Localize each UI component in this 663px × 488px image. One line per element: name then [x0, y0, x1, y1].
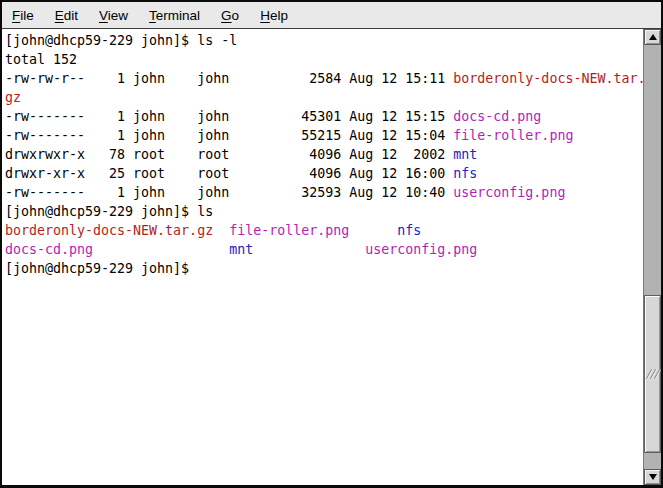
file-details: -rw-rw-r-- 1 john john 2584 Aug 12 15:11: [5, 71, 453, 86]
terminal-line: drwxrwxr-x 78 root root 4096 Aug 12 2002…: [5, 145, 643, 164]
scrollbar-thumb[interactable]: [644, 295, 661, 453]
spacer: [349, 223, 397, 238]
file-details: -rw------- 1 john john 45301 Aug 12 15:1…: [5, 109, 453, 124]
dirname: nfs: [397, 223, 421, 238]
terminal-line: -rw------- 1 john john 55215 Aug 12 15:0…: [5, 126, 643, 145]
terminal-line: docs-cd.png mnt userconfig.png: [5, 240, 643, 259]
prompt: [john@dhcp59-229 john]$: [5, 261, 189, 276]
prompt-command: [john@dhcp59-229 john]$ ls -l: [5, 33, 237, 48]
scrollbar-up-button[interactable]: [644, 29, 661, 45]
menu-terminal[interactable]: Terminal: [149, 8, 200, 23]
file-details: drwxrwxr-x 78 root root 4096 Aug 12 2002: [5, 147, 453, 162]
terminal-line: -rw------- 1 john john 32593 Aug 12 10:4…: [5, 183, 643, 202]
terminal-main: [john@dhcp59-229 john]$ ls -ltotal 152-r…: [2, 29, 661, 485]
file-details: -rw------- 1 john john 32593 Aug 12 10:4…: [5, 185, 453, 200]
scrollbar: [643, 29, 661, 485]
menu-edit[interactable]: Edit: [55, 8, 78, 23]
prompt-command: [john@dhcp59-229 john]$ ls: [5, 204, 213, 219]
terminal-line: drwxr-xr-x 25 root root 4096 Aug 12 16:0…: [5, 164, 643, 183]
dirname: mnt: [453, 147, 477, 162]
filename: userconfig.png: [453, 185, 565, 200]
menu-help[interactable]: Help: [260, 8, 288, 23]
filename-wrap: gz: [5, 90, 21, 105]
scrollbar-grip-icon: [648, 369, 657, 380]
terminal-line: gz: [5, 88, 643, 107]
terminal-line: total 152: [5, 50, 643, 69]
menu-file[interactable]: File: [12, 8, 34, 23]
terminal-line: [john@dhcp59-229 john]$ ls -l: [5, 31, 643, 50]
filename: file-roller.png: [229, 223, 349, 238]
filename: borderonly-docs-NEW.tar.: [453, 71, 643, 86]
menu-go[interactable]: Go: [221, 8, 239, 23]
total-line: total 152: [5, 52, 77, 67]
spacer: [253, 242, 365, 257]
dirname: mnt: [229, 242, 253, 257]
scrollbar-trough[interactable]: [644, 45, 661, 469]
terminal-line: -rw------- 1 john john 45301 Aug 12 15:1…: [5, 107, 643, 126]
spacer: [213, 223, 229, 238]
scrollbar-down-button[interactable]: [644, 469, 661, 485]
filename: file-roller.png: [453, 128, 573, 143]
file-details: -rw------- 1 john john 55215 Aug 12 15:0…: [5, 128, 453, 143]
filename: userconfig.png: [365, 242, 477, 257]
up-arrow-icon: [649, 34, 657, 40]
spacer: [93, 242, 229, 257]
terminal-line: -rw-rw-r-- 1 john john 2584 Aug 12 15:11…: [5, 69, 643, 88]
filename: borderonly-docs-NEW.tar.gz: [5, 223, 213, 238]
file-details: drwxr-xr-x 25 root root 4096 Aug 12 16:0…: [5, 166, 453, 181]
filename: docs-cd.png: [453, 109, 541, 124]
terminal-output[interactable]: [john@dhcp59-229 john]$ ls -ltotal 152-r…: [2, 29, 643, 485]
terminal-line: [john@dhcp59-229 john]$ ls: [5, 202, 643, 221]
terminal-window: FileEditViewTerminalGoHelp [john@dhcp59-…: [0, 0, 663, 488]
filename: docs-cd.png: [5, 242, 93, 257]
dirname: nfs: [453, 166, 477, 181]
menu-view[interactable]: View: [99, 8, 128, 23]
menubar: FileEditViewTerminalGoHelp: [2, 2, 661, 29]
down-arrow-icon: [649, 474, 657, 480]
terminal-line: borderonly-docs-NEW.tar.gz file-roller.p…: [5, 221, 643, 240]
terminal-line: [john@dhcp59-229 john]$: [5, 259, 643, 278]
